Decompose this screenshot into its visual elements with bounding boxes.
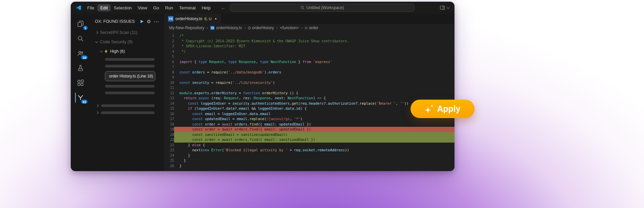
line-number: 16 [164, 111, 174, 117]
tree-item-loading[interactable] [95, 102, 164, 109]
page: { "titlebar": { "menus": ["File", "Edit"… [0, 0, 644, 208]
menu-terminal[interactable]: Terminal [176, 4, 199, 11]
sidebar-header: OX: FOUND ISSUES ⚙ ··· [95, 16, 164, 27]
unsaved-dot-icon[interactable]: ● [215, 17, 216, 20]
line-text: const order = await orders.find({ email:… [174, 122, 454, 127]
line-number: 21 [164, 137, 174, 143]
code-line-1[interactable]: 1/* [164, 33, 454, 39]
skeleton-bar [105, 65, 155, 67]
skeleton-bar [105, 92, 155, 94]
command-center[interactable]: Untitled (Workspace) [230, 4, 414, 12]
line-text: } [174, 153, 454, 158]
line-number: 1 [164, 33, 174, 39]
tab-label: orderHistory.ts [175, 16, 202, 21]
breadcrumb-item[interactable]: TSorderHistory.ts [210, 25, 242, 30]
code-line-22[interactable]: 22 } else { [164, 143, 454, 148]
code-line-12[interactable]: 12module.exports.orderHistory = function… [164, 91, 454, 96]
skeleton-bar [105, 58, 155, 61]
code-line-20[interactable]: 20 const sanitizedEmail = sanitize(updat… [164, 132, 454, 138]
code-line-10[interactable]: 10const security = require('../lib/insec… [164, 80, 454, 86]
breadcrumb-item[interactable]: orderHistory [248, 25, 274, 30]
activity-search[interactable] [71, 31, 90, 46]
gear-icon[interactable]: ⚙ [147, 19, 151, 24]
line-text: const orders = require('../data/mongodb'… [174, 70, 454, 75]
menu-go[interactable]: Go [150, 4, 162, 11]
line-text: module.exports.orderHistory = function o… [174, 91, 454, 96]
code-line-7[interactable]: 7 [164, 64, 454, 70]
skeleton-bar [101, 104, 155, 107]
run-scan-icon[interactable] [141, 20, 144, 23]
issue-item-selected[interactable]: order History.ts (Line 18) [105, 71, 155, 81]
code-line-26[interactable]: 26} [164, 163, 454, 169]
layout-icon[interactable] [439, 5, 445, 11]
menu-view[interactable]: View [135, 4, 150, 11]
breadcrumb-item[interactable]: order [305, 25, 318, 30]
chevron-icon [100, 49, 103, 52]
line-number: 6 [164, 59, 174, 65]
tree-item[interactable]: Code Security (9) [95, 37, 164, 47]
code-line-3[interactable]: 3 * SPDX-License-Identifier: MIT [164, 44, 454, 49]
line-number: 26 [164, 163, 174, 169]
chevron-icon [96, 111, 99, 114]
menu-edit[interactable]: Edit [97, 4, 111, 11]
more-actions-icon[interactable]: ··· [154, 19, 159, 24]
tree-item[interactable]: High (6) [95, 47, 164, 56]
command-center-label: Untitled (Workspace) [307, 5, 344, 10]
tab-orderhistory[interactable]: TS orderHistory.ts 8, U ● [164, 14, 221, 24]
activity-tests[interactable] [71, 61, 90, 75]
line-number: 4 [164, 49, 174, 54]
line-text: const updatedEmail = email.replace(/[aei… [174, 116, 454, 122]
line-text: /* [174, 33, 454, 39]
line-text: import { type Request, type Response, ty… [174, 59, 454, 65]
code-line-4[interactable]: 4 */ [164, 49, 454, 54]
code-line-11[interactable]: 11 [164, 85, 454, 91]
code-line-2[interactable]: 2 * Copyright (c) 2014-2023 Bjoern Kimmi… [164, 39, 454, 44]
line-number: 11 [164, 85, 174, 91]
files-badge: 1 [83, 25, 88, 31]
line-number: 14 [164, 101, 174, 106]
line-number: 10 [164, 80, 174, 86]
code-line-25[interactable]: 25 } [164, 158, 454, 163]
skeleton-row [95, 63, 164, 69]
search-icon [301, 6, 305, 10]
activity-ox-security[interactable]: 51 [71, 90, 90, 105]
code-line-24[interactable]: 24 } [164, 153, 454, 158]
code-line-18[interactable]: 18 const order = await orders.find({ ema… [164, 122, 454, 127]
breadcrumb-item[interactable]: My-New-Repository [169, 25, 204, 30]
line-number: 25 [164, 158, 174, 163]
skeleton-row [95, 56, 164, 63]
back-arrow-icon[interactable]: ← [221, 5, 226, 10]
symbol-event-icon [305, 27, 307, 29]
code-line-13[interactable]: 13 return async (req: Request, res: Resp… [164, 96, 454, 101]
breadcrumb-separator: › [276, 25, 278, 30]
activity-extensions[interactable] [71, 75, 90, 90]
code-line-6[interactable]: 6import { type Request, type Response, t… [164, 59, 454, 65]
code-line-8[interactable]: 8const orders = require('../data/mongodb… [164, 70, 454, 75]
line-text [174, 54, 454, 59]
line-text [174, 75, 454, 80]
menu-bar: FileEditSelectionViewGoRunTerminalHelp [84, 4, 214, 11]
breadcrumb-separator: › [301, 25, 303, 30]
code-line-17[interactable]: 17 const updatedEmail = email.replace(/[… [164, 116, 454, 122]
menu-selection[interactable]: Selection [111, 4, 135, 11]
tree-item-loading[interactable] [95, 109, 164, 116]
activity-files[interactable]: 1 [71, 16, 90, 31]
tree-item[interactable]: Secret/PII Scan (11) [95, 28, 164, 37]
chevron-down-icon[interactable] [447, 6, 449, 9]
vscode-window: FileEditSelectionViewGoRunTerminalHelp ←… [71, 2, 454, 171]
menu-run[interactable]: Run [162, 4, 176, 11]
code-line-9[interactable]: 9 [164, 75, 454, 80]
breadcrumb-item[interactable]: <function> [280, 25, 299, 30]
line-number: 22 [164, 143, 174, 148]
menu-help[interactable]: Help [199, 4, 214, 11]
code-line-21[interactable]: 21 const order = await orders.find({ ema… [164, 137, 454, 143]
menu-file[interactable]: File [84, 4, 97, 11]
activity-accounts[interactable]: 16 [71, 46, 90, 61]
symbol-method-icon [248, 26, 251, 30]
line-number: 19 [164, 127, 174, 132]
apply-button[interactable]: Apply [411, 100, 475, 118]
code-line-5[interactable]: 5 [164, 54, 454, 59]
skeleton-row [95, 83, 164, 90]
code-line-19[interactable]: 19 const order = await orders.find({ ema… [164, 127, 454, 132]
code-line-23[interactable]: 23 next(new Error('Blocked illegal activ… [164, 148, 454, 153]
